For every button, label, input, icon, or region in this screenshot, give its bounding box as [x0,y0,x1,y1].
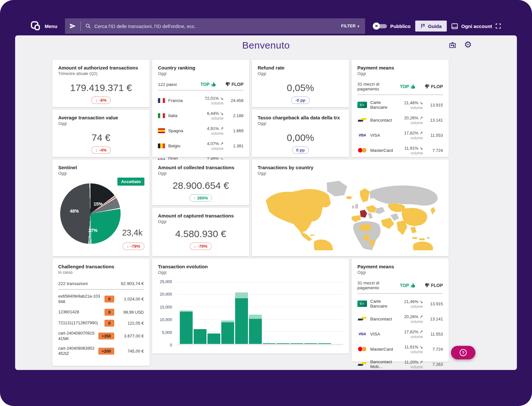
volume-label: volume [396,121,423,125]
card-subtitle: Oggi [158,171,243,176]
payment-row[interactable]: MasterCard 11,91% ↘ volume 7.724 [357,344,443,354]
card-collected-transactions: Amount of collected transactions Oggi 28… [152,160,249,205]
kpi-value: 4.580.930 € [158,228,243,239]
flop-tab[interactable]: FLOP [225,82,243,87]
payment-row[interactable]: Carte Bancaire 21,46% ↘ volume 13.915 [357,299,443,309]
public-toggle[interactable]: ✕ Pubblico [373,23,410,30]
gear-icon[interactable]: ⚙ [464,41,472,49]
countries-count: 122 paesi [158,82,200,87]
bar [221,282,234,344]
payment-row[interactable]: Bancontact 20,26% ↗ volume 13.141 [357,115,443,125]
card-subtitle: Oggi [58,121,144,126]
table-row: cart-240408063952452tZ +200 745,00 € [58,346,144,357]
card-title: Payment means [357,65,443,70]
fullscreen-icon[interactable] [495,23,501,29]
help-button[interactable]: ? [451,346,475,359]
thumb-up-icon [411,283,416,288]
payment-trend: 17,82% ↗ volume [396,130,423,140]
sentinel-pie-chart[interactable] [60,183,121,244]
bar [207,282,220,344]
evolution-plot [178,282,343,345]
column-rates: Refund rate Oggi 0,05% -0 pp Tasso charg… [252,60,349,157]
payment-count-value: 7.724 [423,148,443,153]
navbar-right: ✕ Pubblico Guida Ogni account [373,21,501,32]
trend-arrow-icon: ↗ [419,131,423,135]
flop-tab[interactable]: FLOP [424,283,443,288]
delta-badge: 0 pp [292,146,309,154]
country-row[interactable]: Belgio 4,07% ↗ volume 1.381 [158,141,243,151]
top-tab[interactable]: TOP [400,283,416,288]
volume-label: volume [396,319,423,324]
transaction-id-link[interactable]: 123601428 [58,309,105,315]
volume-label: volume [396,350,423,354]
country-row[interactable]: Italia 6,44% ↘ volume 2.188 [158,110,243,121]
payment-count-value: 7.263 [423,362,443,367]
world-map[interactable] [256,178,444,250]
payment-row[interactable]: VISA 17,82% ↗ volume 11.553 [357,130,443,140]
widget-board-icon[interactable] [449,41,456,49]
search-input[interactable] [94,23,341,29]
kpi-value: 0,00% [258,132,343,143]
arrow-down-icon: ↓ [96,148,98,152]
country-flag-icon [158,143,165,148]
country-trend: 4,91% ↗ volume [197,125,224,136]
country-name: Spagna [168,128,197,133]
bar [194,282,206,344]
menu-button[interactable]: Menu [31,21,57,31]
account-selector[interactable]: Ogni account [451,23,501,29]
payment-row[interactable]: MasterCard 11,91% ↘ volume 7.724 [357,145,443,155]
payment-trend: 20,26% ↗ volume [396,115,423,125]
card-subtitle: Oggi [158,71,243,76]
evolution-bar-chart: 25,00020,00015,00010,0005,0000 [158,282,343,350]
card-sentinel: Sentinel Oggi Accettato 48% 15% 27% 23,4… [52,160,150,256]
payment-method-name: VISA [370,332,396,337]
app-logo-icon [31,21,41,31]
question-mark-icon: ? [460,349,467,356]
payment-list: Carte Bancaire 21,46% ↘ volume 13.915 Ba… [357,299,443,369]
bar [290,282,303,344]
table-row: ex65840fe9ab21a-103948 0 1.024,00 € [58,294,144,305]
trend-arrow-icon: ↗ [419,329,423,334]
flop-tab[interactable]: FLOP [424,84,443,89]
payment-trend: 21,46% ↘ volume [396,299,423,309]
card-title: Amount of collected transactions [158,165,243,170]
payment-method-name: Bancontact [370,317,396,321]
transaction-id-link[interactable]: cart-240408063952452tZ [58,346,98,357]
guide-button[interactable]: Guida [415,21,447,32]
app-frame: Menu FILTER ▾ ✕ Pubblico [0,0,532,406]
volume-label: volume [396,304,423,309]
accepted-filter-badge[interactable]: Accettato [117,178,144,186]
kpi-value: 0,05% [258,82,343,93]
payment-method-name: Carte Bancaire [370,299,396,309]
payment-row[interactable]: VISA 17,82% ↗ volume 11.553 [357,329,443,339]
top-tab[interactable]: TOP [400,84,416,89]
transaction-id-link[interactable]: cart-240408070915415iK [58,331,98,342]
delta-badge: ↓-6% [91,97,111,104]
country-percent: 4,91% [207,126,219,131]
top-label: TOP [200,82,210,87]
payment-row[interactable]: Bancontact Mob... 11,20% ↗ volume 7.263 [357,359,443,369]
filter-button[interactable]: FILTER ▾ [341,24,360,28]
thumb-down-icon [225,82,230,87]
trend-arrow-icon: ↘ [220,111,224,116]
country-row[interactable]: Francia 72,01% ↘ volume 24.458 [158,95,243,106]
filter-label: FILTER [341,24,356,28]
trend-arrow-icon: ↗ [419,360,423,364]
payment-row[interactable]: Bancontact 20,26% ↗ volume 13.141 [357,314,443,324]
country-row[interactable]: Spagna 4,91% ↗ volume 1.669 [158,125,243,136]
card-subtitle: Trimestre attuale (Q2) [58,71,144,76]
score-badge: 0 [105,296,114,302]
payment-method-icon [357,300,367,307]
search-divider [80,21,81,31]
flag-icon [420,23,426,29]
transaction-id-link[interactable]: ex65840fe9ab21a-103948 [58,294,105,305]
y-tick-label: 0 [170,343,172,347]
send-icon[interactable] [65,23,80,29]
dashboard-content: Benvenuto ⚙ Amount of authorized transac… [15,35,517,370]
column-amounts: Amount of collected transactions Oggi 28… [152,160,249,256]
top-tab[interactable]: TOP [200,82,216,87]
payment-row[interactable]: Carte Bancaire 21,46% ↘ volume 13.915 [357,100,443,110]
thumb-up-icon [211,82,216,87]
payment-method-name: VISA [370,133,396,138]
transaction-id-link[interactable]: 721131(1712607990) [58,320,105,326]
